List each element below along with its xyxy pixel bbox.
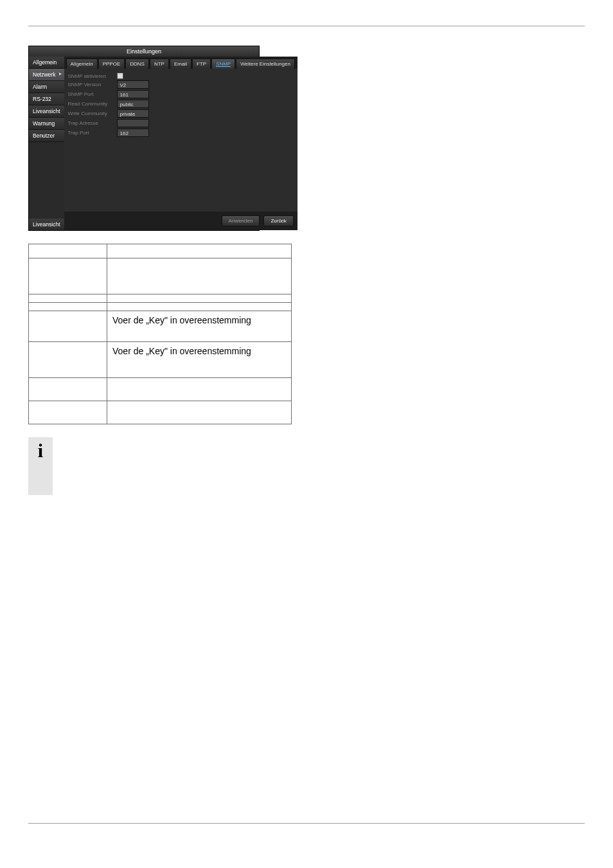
page-bottom-rule	[28, 823, 585, 824]
table-cell-k	[29, 294, 107, 303]
table-cell-k	[29, 303, 107, 311]
sidebar-item-allgemein[interactable]: Allgemein	[29, 57, 64, 69]
table-header-param	[29, 244, 107, 258]
label-trap-address: Trap Adresse	[68, 120, 117, 126]
tab-email[interactable]: Email	[170, 59, 191, 69]
table-cell-v	[107, 378, 292, 401]
sidebar-item-liveansicht[interactable]: Liveansicht	[29, 105, 64, 118]
table-cell-v	[107, 258, 292, 294]
parameter-table: Voer de „Key" in overeenstemming Voer de…	[28, 244, 292, 424]
sidebar-item-warnung[interactable]: Warnung	[29, 118, 64, 130]
table-row	[29, 378, 292, 401]
table-row: Voer de „Key" in overeenstemming	[29, 342, 292, 378]
label-write-community: Write Community	[68, 111, 117, 116]
info-icon-glyph: i	[38, 441, 43, 460]
sidebar-item-alarm[interactable]: Alarm	[29, 81, 64, 93]
table-cell-v	[107, 294, 292, 303]
main-panel: Allgemein PPPOE DDNS NTP Email FTP SNMP …	[64, 57, 298, 230]
label-read-community: Read Community	[68, 101, 117, 107]
apply-button[interactable]: Anwenden	[222, 215, 260, 226]
sidebar-spacer	[29, 142, 64, 219]
sidebar: Allgemein Netzwerk Alarm RS-232 Liveansi…	[29, 57, 64, 230]
tab-pppoe[interactable]: PPPOE	[98, 59, 125, 69]
input-snmp-port[interactable]: 161	[117, 90, 149, 98]
table-cell-k	[29, 311, 107, 342]
input-write-community[interactable]: private	[117, 109, 149, 118]
info-box: i	[28, 437, 292, 495]
table-header-desc	[107, 244, 292, 258]
snmp-form: SNMP aktivieren SNMP Version V2 SNMP Por…	[64, 69, 298, 212]
sidebar-bottom-liveansicht[interactable]: Liveansicht	[29, 219, 64, 230]
sidebar-item-benutzer[interactable]: Benutzer	[29, 130, 64, 142]
table-cell-k	[29, 258, 107, 294]
settings-window: Einstellungen Allgemein Netzwerk Alarm R…	[28, 46, 260, 231]
input-trap-address[interactable]	[117, 119, 149, 127]
table-cell-k	[29, 378, 107, 401]
tab-weitere[interactable]: Weitere Einstellungen	[236, 59, 295, 69]
page-top-rule	[28, 26, 585, 26]
tab-ftp[interactable]: FTP	[192, 59, 211, 69]
table-row	[29, 294, 292, 303]
tab-ddns[interactable]: DDNS	[125, 59, 149, 69]
checkbox-snmp-enable[interactable]	[117, 73, 123, 79]
label-snmp-port: SNMP Port	[68, 91, 117, 97]
window-title: Einstellungen	[29, 46, 259, 57]
table-row: Voer de „Key" in overeenstemming	[29, 311, 292, 342]
input-read-community[interactable]: public	[117, 100, 149, 108]
input-trap-port[interactable]: 162	[117, 129, 149, 137]
table-row	[29, 401, 292, 424]
label-snmp-version: SNMP Version	[68, 82, 117, 87]
table-cell-k	[29, 401, 107, 424]
tab-snmp[interactable]: SNMP	[211, 59, 235, 69]
tab-allgemein[interactable]: Allgemein	[66, 59, 98, 69]
table-row	[29, 303, 292, 311]
label-snmp-enable: SNMP aktivieren	[68, 73, 117, 79]
info-icon: i	[28, 437, 53, 495]
back-button[interactable]: Zurück	[263, 215, 293, 226]
table-cell-v	[107, 401, 292, 424]
tab-ntp[interactable]: NTP	[150, 59, 169, 69]
table-cell-v: Voer de „Key" in overeenstemming	[107, 342, 292, 378]
label-trap-port: Trap Port	[68, 130, 117, 136]
table-cell-v: Voer de „Key" in overeenstemming	[107, 311, 292, 342]
input-snmp-version[interactable]: V2	[117, 80, 149, 89]
table-cell-v	[107, 303, 292, 311]
sidebar-item-rs232[interactable]: RS-232	[29, 93, 64, 105]
table-cell-k	[29, 342, 107, 378]
tab-bar: Allgemein PPPOE DDNS NTP Email FTP SNMP …	[64, 57, 298, 69]
table-row	[29, 258, 292, 294]
button-bar: Anwenden Zurück	[64, 212, 298, 230]
info-body	[53, 437, 292, 495]
sidebar-item-netzwerk[interactable]: Netzwerk	[29, 69, 64, 81]
